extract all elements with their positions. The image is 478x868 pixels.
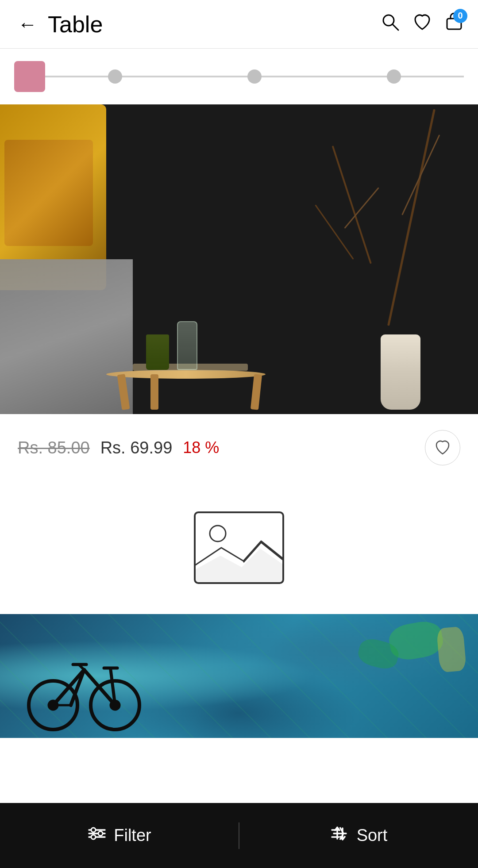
table-surface — [106, 370, 266, 379]
svg-line-9 — [53, 670, 84, 705]
discount-badge: 18 % — [183, 438, 219, 457]
header-right: 0 — [381, 12, 464, 36]
bottom-bar: Filter Sort — [0, 803, 478, 868]
sort-label: Sort — [357, 826, 388, 845]
placeholder-image-container — [0, 481, 478, 614]
page-title: Table — [48, 11, 103, 38]
bottom-spacer — [0, 738, 478, 803]
svg-line-1 — [393, 24, 398, 30]
pricing-row: Rs. 85.00 Rs. 69.99 18 % — [0, 414, 478, 481]
product-image-second — [0, 614, 478, 738]
header: ← Table 0 — [0, 0, 478, 49]
image-placeholder-icon — [190, 508, 288, 588]
header-left: ← Table — [14, 10, 103, 39]
slider-dot-active[interactable] — [14, 61, 45, 92]
filter-button[interactable]: Filter — [0, 803, 239, 868]
svg-point-4 — [210, 526, 226, 542]
filter-icon — [87, 824, 107, 847]
pillow-texture — [4, 140, 93, 246]
svg-point-20 — [91, 828, 96, 832]
image-slider-dots — [0, 49, 478, 104]
slider-track — [45, 76, 464, 77]
vase — [381, 334, 420, 410]
pricing-left: Rs. 85.00 Rs. 69.99 18 % — [18, 438, 219, 457]
svg-point-22 — [91, 835, 96, 839]
cart-badge: 0 — [453, 9, 467, 23]
table-leg-mid — [150, 374, 158, 410]
slider-dot[interactable] — [387, 69, 401, 84]
wishlist-button[interactable] — [425, 430, 460, 465]
sort-button[interactable]: Sort — [239, 803, 478, 868]
paint-blob-yellow — [436, 626, 466, 673]
cart-icon[interactable]: 0 — [444, 12, 464, 36]
slider-dot[interactable] — [108, 69, 122, 84]
sale-price: Rs. 69.99 — [100, 438, 173, 457]
product-image-main — [0, 104, 478, 414]
back-button[interactable]: ← — [14, 10, 41, 39]
bottle — [177, 321, 197, 370]
scene-container — [0, 104, 478, 414]
bicycle-icon — [18, 634, 150, 734]
search-icon[interactable] — [381, 12, 400, 36]
glass-dark — [146, 334, 169, 370]
wishlist-icon[interactable] — [412, 12, 432, 36]
filter-label: Filter — [114, 826, 151, 845]
blanket — [0, 259, 133, 414]
original-price: Rs. 85.00 — [18, 438, 90, 457]
svg-point-21 — [98, 831, 103, 836]
sort-icon — [330, 824, 350, 847]
slider-dot[interactable] — [247, 69, 262, 84]
